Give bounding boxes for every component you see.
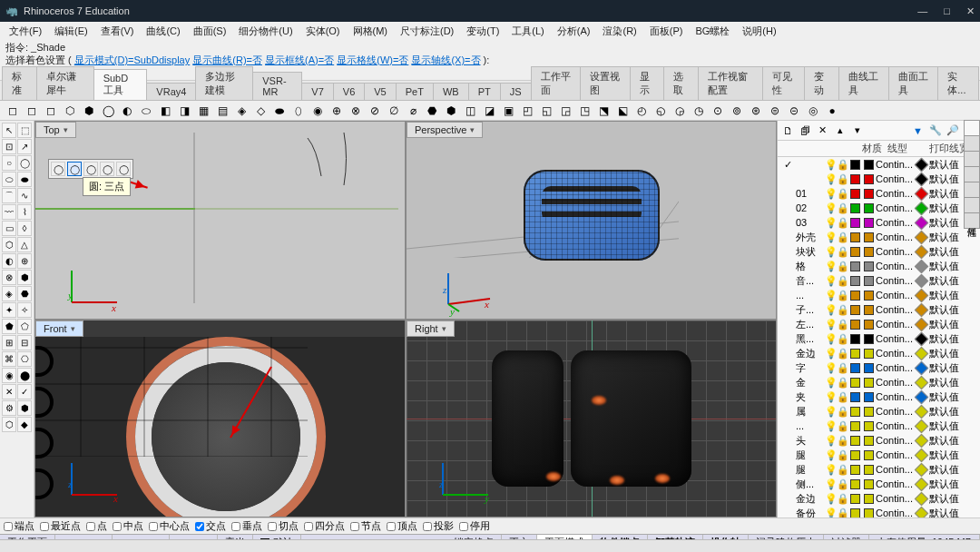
tool-button[interactable]: ⬡	[2, 417, 16, 432]
tool-tab[interactable]: 工作视窗配置	[698, 66, 763, 100]
toolbar-button[interactable]: ⊚	[728, 102, 746, 120]
filter-icon[interactable]: ▼	[911, 123, 925, 137]
menu-item[interactable]: 变动(T)	[461, 23, 505, 40]
tool-button[interactable]: ⎔	[17, 351, 32, 367]
toolbar-button[interactable]: ⬣	[423, 102, 441, 120]
tool-button[interactable]: ⬢	[17, 400, 32, 416]
osnap-option[interactable]: 点	[86, 519, 107, 533]
toolbar-button[interactable]: ◴	[632, 102, 651, 120]
toolbar-button[interactable]: ◈	[232, 102, 250, 120]
menu-item[interactable]: 细分物件(U)	[233, 23, 298, 40]
toolbar-button[interactable]: ◱	[537, 102, 555, 120]
toolbar-button[interactable]: ◎	[804, 102, 822, 120]
tool-tab[interactable]: V6	[333, 83, 365, 100]
tool-button[interactable]: ∿	[17, 188, 32, 203]
osnap-option[interactable]: 交点	[195, 519, 226, 533]
layer-row[interactable]: 字💡🔒Contin...默认值	[778, 360, 980, 375]
toolbar-button[interactable]: ⬭	[137, 102, 155, 120]
command-option[interactable]: 显示曲线(R)=否	[192, 54, 262, 65]
tool-tab[interactable]: 设置视图	[580, 66, 631, 100]
tool-tab[interactable]: 可见性	[762, 66, 805, 100]
tool-tab[interactable]: 选取	[663, 66, 699, 100]
side-tab[interactable]: 已命名视图	[964, 197, 980, 213]
toolbar-button[interactable]: ◧	[156, 102, 174, 120]
layer-row[interactable]: 属💡🔒Contin...默认值	[778, 404, 980, 419]
toolbar-button[interactable]: ⬢	[80, 102, 98, 120]
tool-tab[interactable]: 显示	[630, 66, 665, 100]
toolbar-button[interactable]: ◇	[251, 102, 270, 120]
toolbar-button[interactable]: ▣	[499, 102, 517, 120]
command-option[interactable]: 显示框线(A)=否	[265, 54, 334, 65]
command-option[interactable]: 显示轴线(X)=否	[411, 54, 480, 65]
menu-item[interactable]: 渲染(R)	[597, 23, 642, 40]
delete-layer-icon[interactable]: ✕	[816, 123, 829, 137]
viewport-top[interactable]: Top▾ ◯ ◯ ◯ ◯ ◯ 圆: 三点 y x	[35, 122, 405, 319]
side-tab[interactable]: 属性	[964, 212, 980, 229]
tool-tab[interactable]: V7	[301, 83, 333, 100]
search-icon[interactable]: 🔎	[946, 123, 959, 137]
menu-item[interactable]: 曲线(C)	[141, 23, 185, 40]
circle-3pt-tool[interactable]: ◯	[67, 162, 82, 176]
viewport-top-label[interactable]: Top▾	[35, 122, 76, 138]
layer-row[interactable]: 夹💡🔒Contin...默认值	[778, 389, 980, 404]
tools-icon[interactable]: 🔧	[928, 123, 942, 137]
layer-row[interactable]: 侧...💡🔒Contin...默认值	[778, 477, 980, 491]
toolbar-button[interactable]: ⊕	[328, 102, 346, 120]
tool-tab[interactable]: 曲面工具	[888, 66, 939, 100]
tool-button[interactable]: ⊡	[2, 139, 16, 154]
toolbar-button[interactable]: ◰	[518, 102, 536, 120]
toolbar-button[interactable]: ∅	[385, 102, 403, 120]
layer-row[interactable]: ✓💡🔒Contin...默认值	[778, 157, 980, 172]
toolbar-button[interactable]: ◯	[99, 102, 117, 120]
osnap-option[interactable]: 中心点	[149, 519, 190, 533]
tool-tab[interactable]: 卓尔谦犀牛	[36, 66, 94, 100]
tool-button[interactable]: ↖	[2, 123, 16, 138]
toolbar-button[interactable]: ⊗	[347, 102, 365, 120]
menu-item[interactable]: 工具(L)	[506, 23, 549, 40]
tool-tab[interactable]: PT	[468, 83, 501, 100]
tool-button[interactable]: ⊕	[17, 253, 32, 269]
toolbar-button[interactable]: ◻	[42, 102, 60, 120]
toolbar-button[interactable]: ⬡	[61, 102, 79, 120]
toolbar-button[interactable]: ▦	[194, 102, 212, 120]
tool-tab[interactable]: JS	[500, 83, 532, 100]
toolbar-button[interactable]: ◻	[4, 102, 22, 120]
tool-button[interactable]: ◯	[17, 155, 32, 171]
toolbar-button[interactable]: ⌀	[404, 102, 422, 120]
tool-button[interactable]: ⬚	[17, 123, 32, 138]
tool-button[interactable]: ⬬	[17, 172, 32, 187]
toolbar-button[interactable]: ◉	[309, 102, 327, 120]
toolbar-button[interactable]: ◲	[556, 102, 574, 120]
layer-row[interactable]: 01💡🔒Contin...默认值	[778, 186, 980, 201]
new-sublayer-icon[interactable]: 🗐	[799, 123, 812, 137]
maximize-button[interactable]: □	[944, 5, 950, 16]
side-tab[interactable]: 图层	[964, 120, 980, 136]
menu-item[interactable]: 说明(H)	[737, 23, 781, 40]
menu-item[interactable]: 网格(M)	[348, 23, 394, 40]
tool-tab[interactable]: 曲线工具	[838, 66, 889, 100]
tool-button[interactable]: ⌇	[17, 204, 32, 220]
toolbar-button[interactable]: ◫	[461, 102, 479, 120]
toolbar-button[interactable]: ◵	[652, 102, 670, 120]
tool-tab[interactable]: 变动	[804, 66, 839, 100]
tool-tab[interactable]: VRay4	[146, 83, 196, 100]
toolbar-button[interactable]: ⊝	[785, 102, 803, 120]
layer-row[interactable]: 块状💡🔒Contin...默认值	[778, 244, 980, 259]
tool-button[interactable]: ⌘	[2, 351, 16, 367]
layer-row[interactable]: 腿💡🔒Contin...默认值	[778, 462, 980, 477]
viewport-right-label[interactable]: Right▾	[407, 320, 455, 337]
minimize-button[interactable]: —	[917, 5, 927, 16]
menu-item[interactable]: 分析(A)	[552, 23, 596, 40]
tool-tab[interactable]: PeT	[396, 83, 434, 100]
tool-tab[interactable]: VSR-MR	[252, 72, 302, 100]
close-button[interactable]: ✕	[966, 5, 975, 17]
tool-tab[interactable]: 多边形建模	[195, 66, 253, 100]
tool-button[interactable]: ◉	[2, 368, 16, 383]
menu-item[interactable]: 面板(P)	[644, 23, 689, 40]
tool-button[interactable]: ⌒	[2, 188, 16, 203]
tool-button[interactable]: △	[17, 237, 32, 252]
toolbar-button[interactable]: ◨	[175, 102, 193, 120]
menu-item[interactable]: 曲面(S)	[188, 23, 232, 40]
circle-center-tool[interactable]: ◯	[51, 162, 65, 176]
side-tab[interactable]: 说明	[964, 182, 980, 198]
